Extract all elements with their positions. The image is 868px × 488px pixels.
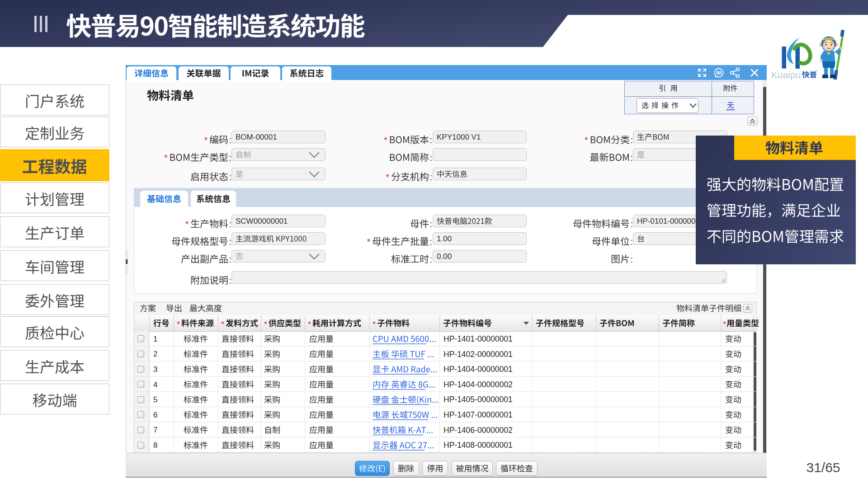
svg-text::: :: [631, 237, 633, 247]
svg-text::: :: [631, 254, 633, 264]
svg-text:0.00: 0.00: [437, 252, 452, 261]
svg-text::: :: [229, 135, 232, 145]
svg-text::: :: [430, 237, 433, 247]
svg-text:8: 8: [153, 441, 157, 450]
svg-text:7: 7: [153, 426, 157, 434]
svg-text:*: *: [221, 319, 225, 329]
svg-text:KPY1000 V1: KPY1000 V1: [437, 133, 481, 141]
svg-text:HP-1404-00000001: HP-1404-00000001: [443, 365, 513, 374]
svg-text:*: *: [264, 319, 268, 329]
svg-text::: :: [229, 153, 232, 163]
svg-text:SCW00000001: SCW00000001: [236, 217, 288, 225]
svg-text:*: *: [177, 319, 180, 329]
svg-text::: :: [631, 135, 633, 145]
svg-text:Kuaipu: Kuaipu: [771, 70, 801, 80]
svg-text::: :: [430, 172, 433, 182]
svg-text::: :: [229, 219, 232, 229]
svg-text:*: *: [308, 319, 311, 329]
svg-text:IM: IM: [716, 70, 721, 75]
svg-text:*: *: [386, 172, 390, 182]
svg-text::: :: [430, 153, 433, 163]
svg-text:1.00: 1.00: [437, 235, 452, 243]
svg-text:HP-1406-00000002: HP-1406-00000002: [443, 426, 513, 435]
svg-text:HP-1401-00000001: HP-1401-00000001: [443, 334, 513, 343]
svg-text:5: 5: [153, 395, 157, 404]
svg-text:HP-1408-00000001: HP-1408-00000001: [443, 441, 513, 450]
svg-text:HP-1407-00000001: HP-1407-00000001: [443, 410, 513, 419]
svg-text:6: 6: [153, 411, 157, 419]
svg-text:*: *: [815, 69, 817, 75]
svg-text::: :: [430, 135, 433, 145]
svg-text::: :: [430, 219, 433, 229]
svg-text:*: *: [367, 237, 371, 247]
svg-text:*: *: [585, 135, 588, 145]
svg-text:3: 3: [153, 365, 157, 374]
svg-text:*: *: [723, 319, 726, 329]
svg-text:HP-1402-00000001: HP-1402-00000001: [443, 350, 513, 359]
svg-text::: :: [229, 237, 232, 247]
svg-text:1: 1: [153, 335, 157, 343]
svg-text:*: *: [185, 219, 189, 229]
svg-text::: :: [430, 254, 433, 264]
svg-text::: :: [229, 276, 232, 286]
svg-text::: :: [631, 153, 633, 163]
svg-text::: :: [229, 172, 232, 182]
svg-text:HP-1405-00000001: HP-1405-00000001: [443, 395, 513, 404]
svg-text::: :: [229, 254, 232, 264]
svg-text:*: *: [373, 319, 376, 329]
svg-text:*: *: [384, 135, 387, 145]
svg-text::: :: [631, 219, 633, 229]
svg-text:31/65: 31/65: [806, 460, 840, 475]
svg-text:4: 4: [153, 380, 157, 389]
svg-text:2: 2: [153, 350, 157, 358]
svg-text:BOM-00001: BOM-00001: [236, 133, 277, 141]
svg-text:*: *: [164, 153, 168, 163]
svg-text:HP-0101-000000: HP-0101-000000: [637, 217, 695, 225]
svg-text:*: *: [204, 135, 208, 145]
svg-text:HP-1404-00000002: HP-1404-00000002: [443, 380, 513, 389]
